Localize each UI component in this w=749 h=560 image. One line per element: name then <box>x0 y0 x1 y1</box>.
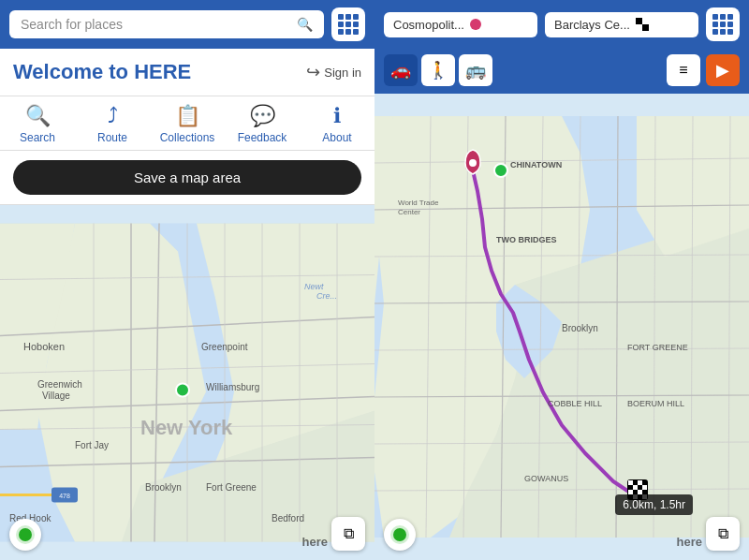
svg-text:FORT GREENE: FORT GREENE <box>627 343 688 352</box>
transit-mode-button[interactable]: 🚌 <box>459 54 492 86</box>
gps-indicator-right <box>393 528 406 541</box>
grid-menu-button[interactable] <box>331 7 365 41</box>
destination-checker <box>636 18 649 31</box>
svg-text:World Trade: World Trade <box>398 199 439 207</box>
left-map-svg: 478 Hoboken Greenwich Village Greenpoint… <box>0 205 374 560</box>
svg-text:Brooklyn: Brooklyn <box>145 482 182 493</box>
signin-icon: ↪ <box>306 62 320 82</box>
feedback-nav-icon: 💬 <box>250 104 275 128</box>
svg-text:New York: New York <box>140 416 233 439</box>
svg-text:COBBLE HILL: COBBLE HILL <box>548 399 602 408</box>
svg-text:Fort Greene: Fort Greene <box>206 482 257 493</box>
destination-label: Barclays Ce... <box>554 18 630 32</box>
origin-label: Cosmopolit... <box>393 18 464 32</box>
left-map: 478 Hoboken Greenwich Village Greenpoint… <box>0 205 374 560</box>
search-icon: 🔍 <box>297 17 313 32</box>
signin-button[interactable]: ↪ Sign in <box>306 62 361 82</box>
svg-rect-76 <box>628 485 633 490</box>
right-map-svg: CHINATOWN TWO BRIDGES Brooklyn COBBLE HI… <box>374 94 749 560</box>
welcome-title: Welcome to HERE <box>13 60 191 84</box>
svg-text:BOERUM HILL: BOERUM HILL <box>627 399 684 408</box>
feedback-nav-label: Feedback <box>238 131 287 144</box>
transport-modes: 🚗 🚶 🚌 <box>384 54 492 86</box>
destination-input[interactable]: Barclays Ce... <box>545 12 698 37</box>
origin-dot <box>470 19 481 30</box>
nav-item-search[interactable]: 🔍 Search <box>9 104 66 144</box>
welcome-bar: Welcome to HERE ↪ Sign in <box>0 49 374 96</box>
transport-actions: ≡ ▶ <box>667 54 740 86</box>
svg-point-69 <box>469 159 477 167</box>
right-header: Cosmopolit... Barclays Ce... <box>374 0 749 49</box>
right-panel: Cosmopolit... Barclays Ce... 🚗 🚶 <box>374 0 749 560</box>
svg-text:Williamsburg: Williamsburg <box>206 382 259 392</box>
walk-icon: 🚶 <box>428 60 448 81</box>
svg-point-70 <box>494 164 507 177</box>
svg-text:Village: Village <box>42 391 70 401</box>
left-panel: Search for places 🔍 Welcome to HERE ↪ Si… <box>0 0 374 560</box>
nav-icons-bar: 🔍 Search ⤴ Route 📋 Collections 💬 Feedbac… <box>0 96 374 151</box>
list-view-button[interactable]: ≡ <box>667 54 700 86</box>
left-header: Search for places 🔍 <box>0 0 374 49</box>
svg-rect-79 <box>642 485 647 490</box>
search-bar[interactable]: Search for places 🔍 <box>9 10 324 38</box>
nav-item-feedback[interactable]: 💬 Feedback <box>234 104 290 144</box>
list-icon: ≡ <box>679 62 687 79</box>
svg-rect-77 <box>633 485 638 490</box>
about-nav-label: About <box>322 131 351 144</box>
svg-text:CHINATOWN: CHINATOWN <box>510 160 562 169</box>
svg-point-35 <box>176 384 189 397</box>
nav-item-about[interactable]: ℹ About <box>309 104 365 144</box>
svg-text:Bedford: Bedford <box>272 513 304 523</box>
svg-rect-74 <box>638 480 642 485</box>
svg-rect-73 <box>633 480 638 485</box>
svg-text:Brooklyn: Brooklyn <box>562 323 598 333</box>
svg-text:Newt: Newt <box>304 282 324 291</box>
search-placeholder: Search for places <box>21 17 123 32</box>
transport-bar: 🚗 🚶 🚌 ≡ ▶ <box>374 49 749 94</box>
svg-rect-78 <box>638 485 642 490</box>
route-nav-label: Route <box>97 131 127 144</box>
nav-item-route[interactable]: ⤴ Route <box>84 104 140 144</box>
search-nav-icon: 🔍 <box>25 104 51 128</box>
origin-input[interactable]: Cosmopolit... <box>384 12 537 37</box>
collections-nav-icon: 📋 <box>175 104 200 128</box>
svg-rect-72 <box>628 480 633 485</box>
car-icon: 🚗 <box>390 60 411 81</box>
gps-indicator-left <box>19 528 32 541</box>
svg-text:478: 478 <box>59 493 70 499</box>
route-nav-icon: ⤴ <box>108 104 118 128</box>
svg-text:Cre...: Cre... <box>316 291 337 301</box>
search-nav-label: Search <box>20 131 55 144</box>
signin-label: Sign in <box>324 66 361 80</box>
svg-text:Greenpoint: Greenpoint <box>201 342 248 352</box>
distance-badge: 6.0km, 1.5hr <box>615 494 693 515</box>
transit-icon: 🚌 <box>465 60 486 81</box>
navigate-button[interactable]: ▶ <box>706 54 740 86</box>
gps-button-right[interactable] <box>384 519 416 551</box>
layers-icon-left: ⧉ <box>344 525 354 542</box>
layers-button-left[interactable]: ⧉ <box>331 517 365 551</box>
gps-button-left[interactable] <box>9 519 41 551</box>
grid-icon-right <box>712 14 733 35</box>
car-mode-button[interactable]: 🚗 <box>384 54 418 86</box>
collections-nav-label: Collections <box>160 131 215 144</box>
here-logo-left: here <box>302 535 328 549</box>
layers-button-right[interactable]: ⧉ <box>706 517 740 551</box>
svg-text:TWO BRIDGES: TWO BRIDGES <box>496 235 557 244</box>
svg-text:GOWANUS: GOWANUS <box>524 474 568 483</box>
svg-text:Fort Jay: Fort Jay <box>75 440 109 450</box>
svg-text:Greenwich: Greenwich <box>37 379 82 390</box>
save-area: Save a map area <box>0 151 374 205</box>
play-icon: ▶ <box>716 60 729 81</box>
about-nav-icon: ℹ <box>333 104 341 128</box>
walk-mode-button[interactable]: 🚶 <box>421 54 455 86</box>
svg-text:Hoboken: Hoboken <box>23 341 65 352</box>
grid-icon <box>338 14 359 35</box>
nav-item-collections[interactable]: 📋 Collections <box>159 104 215 144</box>
grid-menu-button-right[interactable] <box>706 7 740 41</box>
layers-icon-right: ⧉ <box>718 525 728 542</box>
save-map-button[interactable]: Save a map area <box>13 160 361 195</box>
svg-text:Center: Center <box>398 208 420 216</box>
here-logo-right: here <box>677 535 702 549</box>
svg-rect-75 <box>642 480 647 485</box>
